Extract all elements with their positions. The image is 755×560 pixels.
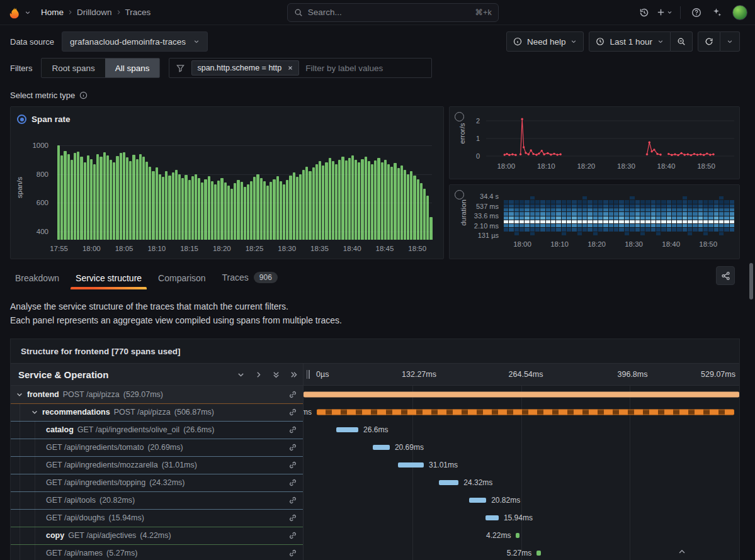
heatmap-cell	[667, 200, 671, 203]
chevron-down-icon[interactable]	[25, 9, 31, 16]
structure-row[interactable]: frontendPOST /api/pizza(529.07ms)529.07m…	[11, 386, 739, 403]
structure-row[interactable]: recommendationsPOST /api/pizza(506.87ms)…	[11, 403, 739, 421]
link-icon[interactable]	[288, 496, 297, 505]
time-range-button[interactable]: Last 1 hour	[589, 31, 671, 52]
axis-tick: 18:40	[657, 162, 676, 170]
heatmap-cell	[593, 200, 598, 203]
heatmap-cell	[609, 204, 613, 208]
refresh-interval-button[interactable]	[720, 31, 740, 52]
expand-one-icon[interactable]	[254, 371, 263, 379]
heatmap-cell	[730, 208, 734, 211]
tab-breakdown[interactable]: Breakdown	[9, 266, 65, 289]
heatmap-cell	[672, 224, 676, 227]
datasource-picker[interactable]: grafanacloud-demoinfra-traces	[62, 31, 208, 52]
span-rate-bar	[315, 164, 318, 240]
heatmap-cell	[703, 212, 708, 215]
heatmap-cell	[598, 232, 603, 235]
collapse-one-icon[interactable]	[237, 371, 245, 379]
expand-all-icon[interactable]	[290, 371, 298, 379]
span-rate-radio[interactable]	[17, 115, 26, 124]
duration-radio[interactable]	[455, 190, 464, 199]
heatmap-cell	[535, 232, 540, 235]
heatmap-cell	[582, 232, 587, 235]
close-icon[interactable]	[287, 65, 293, 71]
scroll-top-button[interactable]	[678, 547, 686, 556]
span-rate-bar	[397, 168, 400, 240]
structure-row[interactable]: GET /api/names(5.27ms)5.27ms	[11, 544, 739, 560]
filter-chip[interactable]: span.http.scheme = http	[191, 60, 299, 76]
span-rate-bar	[175, 170, 178, 240]
axis-tick: 1	[476, 135, 480, 142]
page-scrollbar-thumb[interactable]	[749, 263, 753, 300]
timeline-cell: 4.22ms	[303, 527, 739, 544]
structure-row[interactable]: catalogGET /api/ingredients/olive_oil(26…	[11, 421, 739, 439]
duration-panel[interactable]: duration 34.4 s537 ms33.6 ms2.10 ms131 µ…	[449, 184, 740, 259]
chevron-down-icon[interactable]	[16, 391, 23, 398]
history-button[interactable]	[635, 3, 654, 22]
heatmap-cell	[540, 220, 545, 223]
user-avatar[interactable]	[732, 5, 747, 20]
chevron-down-icon[interactable]	[31, 408, 38, 416]
breadcrumb-drilldown[interactable]: Drilldown	[77, 8, 112, 17]
link-icon[interactable]	[288, 478, 297, 487]
link-icon[interactable]	[288, 513, 297, 522]
structure-row[interactable]: GET /api/ingredients/tomato(20.69ms)20.6…	[11, 439, 739, 456]
refresh-button[interactable]	[698, 31, 720, 52]
need-help-button[interactable]: Need help	[506, 31, 584, 52]
structure-row[interactable]: GET /api/ingredients/mozzarella(31.01ms)…	[11, 456, 739, 474]
structure-panel: Structure for frontend [770 spans used] …	[10, 339, 740, 560]
heatmap-cell	[504, 224, 508, 227]
all-spans-option[interactable]: All spans	[105, 59, 160, 77]
heatmap-cell	[562, 224, 566, 227]
link-icon[interactable]	[288, 461, 297, 469]
heatmap-cell	[535, 224, 540, 227]
search-input[interactable]: Search... ⌘+k	[287, 3, 499, 22]
link-icon[interactable]	[288, 408, 297, 417]
heatmap-cell	[582, 216, 587, 220]
heatmap-cell	[598, 224, 603, 227]
label-filter-input[interactable]: span.http.scheme = http Filter by label …	[169, 58, 432, 78]
heatmap-cell	[562, 228, 566, 231]
structure-row[interactable]: GET /api/doughs(15.94ms)15.94ms	[11, 509, 739, 527]
heatmap-cell	[640, 228, 645, 231]
heatmap-cell	[546, 216, 550, 220]
heatmap-cell	[535, 208, 540, 211]
structure-row[interactable]: GET /api/ingredients/topping(24.32ms)24.…	[11, 474, 739, 491]
span-rate-bar	[142, 157, 145, 240]
column-resize-handle[interactable]	[303, 364, 312, 385]
heatmap-cell	[593, 220, 598, 223]
zoom-out-button[interactable]	[671, 31, 693, 52]
description-line-1: Analyse the service structure of the tra…	[10, 300, 745, 313]
errors-radio[interactable]	[455, 112, 464, 121]
link-icon[interactable]	[288, 443, 297, 452]
errors-panel[interactable]: error/s 012 18:0018:1018:2018:3018:4018:…	[449, 106, 740, 179]
help-button[interactable]	[687, 3, 706, 22]
breadcrumb-traces[interactable]: Traces	[125, 8, 151, 17]
link-icon[interactable]	[288, 390, 297, 399]
structure-row[interactable]: GET /api/tools(20.82ms)20.82ms	[11, 491, 739, 509]
span-rate-yticks: 4006008001000	[11, 142, 52, 240]
link-icon[interactable]	[288, 549, 297, 557]
add-button[interactable]	[655, 3, 674, 22]
link-icon[interactable]	[288, 531, 297, 540]
axis-tick: 18:35	[310, 245, 329, 252]
structure-row[interactable]: copyGET /api/adjectives(4.22ms)4.22ms	[11, 527, 739, 544]
tab-service-structure[interactable]: Service structure	[69, 266, 148, 289]
collapse-all-icon[interactable]	[272, 371, 280, 379]
tab-comparison[interactable]: Comparison	[152, 266, 212, 289]
ai-assistant-button[interactable]	[707, 3, 726, 22]
info-circle-icon[interactable]	[79, 91, 88, 99]
span-rate-bar	[280, 181, 282, 240]
heatmap-cell	[619, 200, 623, 203]
link-icon[interactable]	[288, 425, 297, 434]
tab-traces[interactable]: Traces 906	[216, 265, 284, 289]
heatmap-cell	[683, 196, 687, 199]
span-rate-bar	[299, 174, 302, 240]
axis-tick: 18:00	[497, 162, 515, 170]
breadcrumb-home[interactable]: Home	[41, 8, 64, 17]
share-button[interactable]	[716, 266, 735, 285]
root-spans-option[interactable]: Root spans	[42, 59, 105, 77]
heatmap-cell	[677, 224, 681, 227]
heatmap-cell	[593, 228, 598, 231]
grafana-logo[interactable]	[8, 6, 21, 20]
